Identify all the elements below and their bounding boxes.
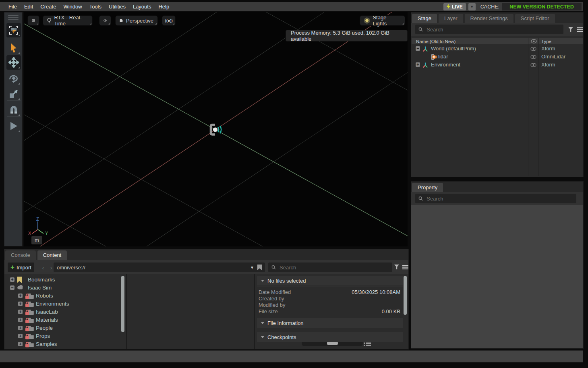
eye-icon <box>104 18 107 23</box>
select-mode-tool-button[interactable] <box>6 23 21 37</box>
stage-row[interactable]: −World (defaultPrim)Xform <box>412 45 583 53</box>
menu-item-create[interactable]: Create <box>37 4 60 10</box>
menu-item-tools[interactable]: Tools <box>86 4 105 10</box>
tab-layer[interactable]: Layer <box>439 14 463 23</box>
checkpoints-section-header[interactable]: Checkpoints <box>257 332 403 342</box>
lightning-bolt-icon <box>447 4 450 9</box>
visibility-button[interactable] <box>99 15 111 26</box>
content-search-input[interactable] <box>279 264 389 271</box>
stage-tree-header[interactable]: Name (Old to New) Type <box>412 38 583 44</box>
visibility-eye-icon[interactable] <box>530 55 536 59</box>
collapse-toggle[interactable]: − <box>416 46 420 51</box>
renderer-button[interactable]: RTX - Real-Time <box>43 15 93 26</box>
visibility-column-eye-icon[interactable] <box>531 39 537 43</box>
toolbar-grip-handle[interactable] <box>8 15 19 20</box>
address-value[interactable]: omniverse:// <box>57 265 247 271</box>
expand-toggle[interactable]: + <box>18 318 23 322</box>
menu-items: FileEditCreateWindowToolsUtilitiesLayout… <box>0 4 173 10</box>
units-button[interactable]: m <box>31 236 42 244</box>
tab-label: Stage <box>418 15 431 21</box>
content-tree-item[interactable]: +Samples <box>4 340 121 348</box>
live-chevron-button[interactable]: ▼ <box>468 3 476 10</box>
tab-stage[interactable]: Stage <box>412 14 437 23</box>
import-button[interactable]: + Import <box>8 263 34 272</box>
tab-render-settings[interactable]: Render Settings <box>465 14 513 23</box>
lidar-gizmo[interactable] <box>208 124 224 136</box>
expand-toggle[interactable]: + <box>18 326 23 330</box>
stage-lights-button[interactable]: Stage Lights <box>360 15 405 26</box>
expand-toggle[interactable]: + <box>18 310 23 314</box>
expand-toggle[interactable]: + <box>18 302 23 306</box>
content-tree-item[interactable]: +Bookmarks <box>4 276 121 284</box>
visibility-eye-icon[interactable] <box>530 63 536 67</box>
options-menu-icon[interactable] <box>577 27 583 32</box>
details-scrollbar-thumb[interactable] <box>404 276 407 315</box>
expand-toggle[interactable]: + <box>18 294 23 298</box>
filter-icon[interactable] <box>394 265 400 270</box>
menu-bar: FileEditCreateWindowToolsUtilitiesLayout… <box>0 2 583 11</box>
viewport[interactable]: RTX - Real-Time Perspective ((●)) Stage … <box>24 12 408 246</box>
address-bar[interactable]: omniverse:// ▼ <box>54 263 265 272</box>
detail-field: Date Modified05/30/2025 10:08AM <box>259 289 400 296</box>
expand-toggle[interactable]: + <box>18 334 23 338</box>
expand-toggle[interactable]: + <box>18 342 23 346</box>
prim-type: Xform <box>541 62 555 68</box>
file-information-section-header[interactable]: File Information <box>257 318 403 328</box>
filter-icon[interactable] <box>568 27 574 32</box>
content-tree-item[interactable]: +Robots <box>4 292 121 300</box>
stage-search-input[interactable] <box>426 26 560 33</box>
content-tree-item[interactable]: +IsaacLab <box>4 308 121 316</box>
sensor-button[interactable]: ((●)) <box>162 15 176 26</box>
menu-item-window[interactable]: Window <box>60 4 85 10</box>
tab-property[interactable]: Property <box>412 183 443 192</box>
dropdown-arrow-icon[interactable]: ▼ <box>250 265 254 270</box>
axis-orientation-gizmo[interactable]: Z X Y <box>27 217 50 238</box>
menu-item-utilities[interactable]: Utilities <box>105 4 129 10</box>
tab-script-editor[interactable]: Script Editor <box>515 14 555 23</box>
camera-button[interactable]: Perspective <box>115 15 158 26</box>
content-tree-item[interactable]: +People <box>4 324 121 332</box>
expand-toggle[interactable]: + <box>10 277 14 282</box>
menu-item-edit[interactable]: Edit <box>21 4 37 10</box>
move-tool-button[interactable] <box>6 55 21 70</box>
scale-tool-button[interactable] <box>6 87 21 101</box>
cursor-tool-button[interactable] <box>6 41 21 55</box>
tree-scrollbar-thumb[interactable] <box>121 276 124 332</box>
content-search-box[interactable] <box>268 263 392 272</box>
bookmark-icon[interactable] <box>257 265 262 270</box>
menu-item-file[interactable]: File <box>5 4 21 10</box>
content-files-pane[interactable] <box>128 274 255 349</box>
snap-tool-button[interactable] <box>6 103 21 117</box>
tab-content[interactable]: Content <box>37 250 67 260</box>
menu-item-layouts[interactable]: Layouts <box>129 4 155 10</box>
options-menu-icon[interactable] <box>402 265 408 269</box>
visibility-eye-icon[interactable] <box>530 47 536 51</box>
property-search-input[interactable] <box>426 195 573 202</box>
property-search-box[interactable] <box>415 194 576 203</box>
tab-console[interactable]: Console <box>5 250 36 260</box>
collapse-toggle[interactable]: − <box>10 285 14 290</box>
stage-panel-tabs: StageLayerRender SettingsScript Editor <box>411 12 583 23</box>
version-status-field[interactable]: NEW VERSION DETECTED <box>502 3 582 10</box>
expand-toggle[interactable]: + <box>416 62 420 67</box>
prim-type: Xform <box>541 45 555 52</box>
content-tree-item[interactable]: +Props <box>4 332 121 340</box>
content-tree-pane: +Bookmarks−Isaac Sim+Robots+Environments… <box>4 274 127 349</box>
column-type-label[interactable]: Type <box>541 39 551 44</box>
stage-row[interactable]: +EnvironmentXform <box>412 61 583 69</box>
content-toolbar: + Import ‹ › omniverse:// ▼ <box>4 260 408 274</box>
axis-x-label: X <box>28 231 31 236</box>
column-name-label[interactable]: Name (Old to New) <box>416 39 455 44</box>
content-tree-item[interactable]: +Environments <box>4 300 121 308</box>
back-button[interactable]: ‹ <box>39 263 47 272</box>
content-tree-item[interactable]: −Isaac Sim <box>4 284 121 292</box>
stage-search-box[interactable] <box>415 25 563 34</box>
content-tree-item[interactable]: +Materials <box>4 316 121 324</box>
viewport-settings-button[interactable] <box>27 15 39 26</box>
live-button[interactable]: LIVE <box>443 3 466 10</box>
selection-section-header[interactable]: No files selected <box>257 276 403 285</box>
rotate-tool-button[interactable] <box>6 71 21 86</box>
stage-row[interactable]: lidarOmniLidar <box>412 53 583 61</box>
menu-item-help[interactable]: Help <box>155 4 173 10</box>
play-button[interactable] <box>6 119 21 133</box>
